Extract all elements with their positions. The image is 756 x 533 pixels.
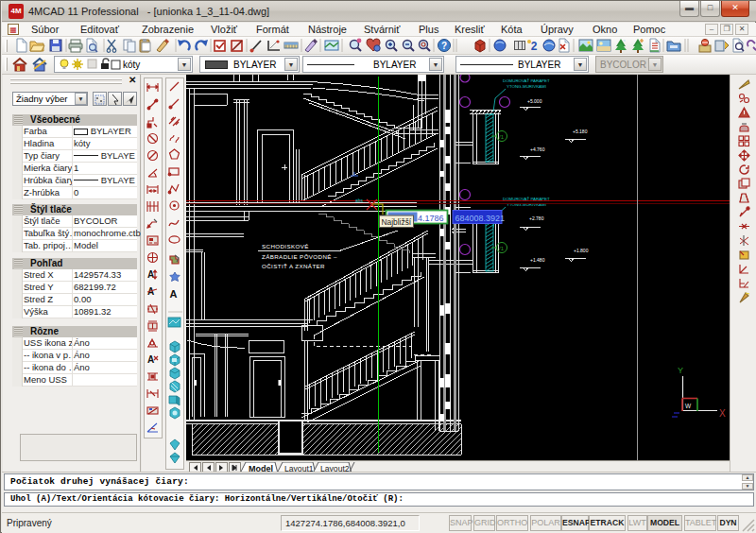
svg-text:+2.780: +2.780	[529, 215, 544, 221]
svg-text:+1.800: +1.800	[574, 248, 589, 253]
svg-text:+5.000: +5.000	[527, 98, 542, 104]
svg-text:ZÁBRADLIE PÔVODNÉ –: ZÁBRADLIE PÔVODNÉ –	[262, 253, 337, 260]
svg-text:?: ?	[441, 41, 447, 51]
svg-text:YTONG-MURIVKAMI: YTONG-MURIVKAMI	[507, 202, 546, 207]
svg-text:/1: /1	[499, 246, 505, 251]
svg-text:+5.180: +5.180	[573, 129, 588, 134]
svg-text:2: 2	[531, 40, 538, 53]
svg-text:A: A	[147, 269, 154, 280]
svg-text:DOMUROVAŤ PARAPET: DOMUROVAŤ PARAPET	[503, 197, 550, 201]
svg-text:Y: Y	[678, 366, 683, 375]
svg-text:abs: abs	[355, 198, 364, 203]
svg-text:Najbližší: Najbližší	[382, 217, 412, 227]
svg-text:DOMUROVAŤ PARAPET: DOMUROVAŤ PARAPET	[503, 78, 550, 83]
svg-text:+1.480: +1.480	[530, 257, 545, 263]
svg-text:A: A	[170, 288, 178, 300]
svg-text:SCHODISKOVÉ: SCHODISKOVÉ	[262, 243, 309, 249]
svg-text:684008.3921: 684008.3921	[455, 214, 506, 223]
svg-text:+4.760: +4.760	[530, 146, 545, 152]
svg-text:YTONG-MURIVKAMI: YTONG-MURIVKAMI	[507, 84, 546, 89]
svg-text:4.1786: 4.1786	[418, 214, 444, 223]
svg-text:W: W	[685, 403, 692, 409]
svg-text:A: A	[147, 354, 154, 365]
svg-text:/1: /1	[499, 134, 505, 140]
svg-text:OČISTIŤ A ZXNÁTER: OČISTIŤ A ZXNÁTER	[262, 263, 325, 269]
svg-text:X: X	[719, 408, 726, 419]
